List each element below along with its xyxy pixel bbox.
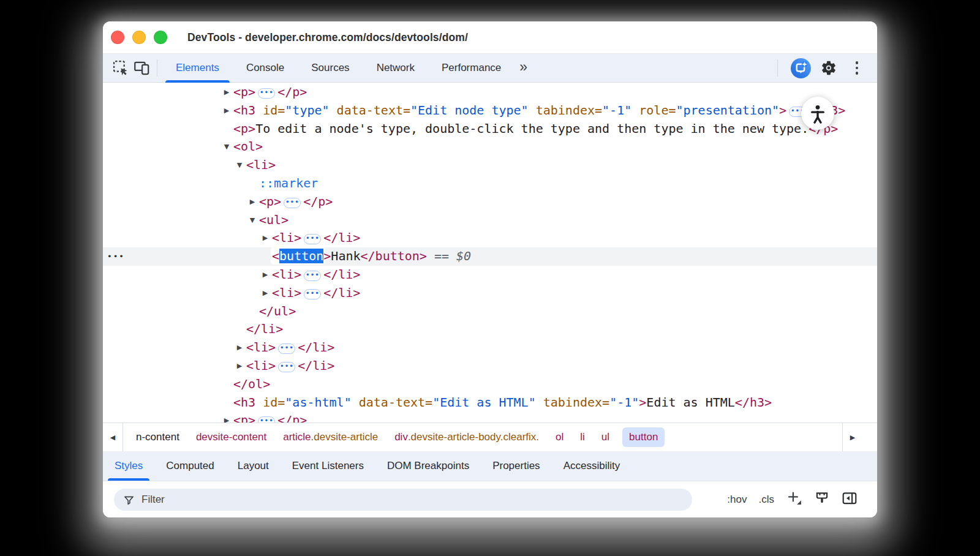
window-title: DevTools - developer.chrome.com/docs/dev… [187,31,468,44]
inline-options-icon[interactable]: ••• [258,88,275,99]
breadcrumb-item[interactable]: button [622,427,665,447]
dom-tree-row[interactable]: ▼<ul> [103,211,877,230]
inline-options-icon[interactable]: ••• [304,234,321,244]
expand-arrow-icon[interactable]: ▶ [222,83,232,102]
tab-styles[interactable]: Styles [103,451,154,481]
new-style-rule-icon[interactable] [786,490,802,509]
dom-tree-row[interactable]: <h3 id="as-html" data-text="Edit as HTML… [103,394,877,412]
accessibility-overlay-icon[interactable] [801,97,834,130]
dom-tree-row[interactable]: ▼<li> [103,156,877,175]
window-controls [111,31,167,44]
breadcrumb-item[interactable]: ol [552,427,567,447]
titlebar: DevTools - developer.chrome.com/docs/dev… [103,21,877,54]
breadcrumb-bar: ◀ n-contentdevsite-contentarticle.devsit… [103,423,877,451]
collapse-arrow-icon[interactable]: ▼ [222,138,232,156]
inspect-element-icon[interactable] [110,58,131,78]
toolbar-divider [157,59,157,77]
inline-options-icon[interactable]: ••• [278,362,295,372]
tab-properties[interactable]: Properties [481,451,551,481]
toggle-class-button[interactable]: .cls [759,494,775,506]
expand-arrow-icon[interactable]: ▶ [247,193,257,211]
dom-tree-row[interactable]: ▶<li>•••</li> [103,357,877,375]
tab-performance[interactable]: Performance [428,54,514,83]
styles-filter-input[interactable] [141,494,631,506]
collapse-arrow-icon[interactable]: ▼ [235,156,244,175]
expand-arrow-icon[interactable]: ▶ [235,357,244,375]
dom-tree-row[interactable]: ▼<ol> [103,138,877,156]
dom-tree-panel: ▶<p>•••</p>▶<h3 id="type" data-text="Edi… [103,83,877,423]
toggle-hover-state-button[interactable]: :hov [727,494,747,506]
dom-tree-row[interactable]: ▶<li>•••</li> [103,284,877,302]
tab-event-listeners[interactable]: Event Listeners [281,451,375,481]
expand-arrow-icon[interactable]: ▶ [235,339,244,357]
breadcrumb: n-contentdevsite-contentarticle.devsite-… [130,423,842,451]
settings-gear-icon[interactable] [818,58,839,78]
row-overflow-dots-icon[interactable]: ••• [107,247,125,266]
panel-tabs: ElementsConsoleSourcesNetworkPerformance [162,54,514,83]
breadcrumb-item[interactable]: devsite-content [192,427,270,447]
breadcrumb-item[interactable]: div.devsite-article-body.clearfix. [391,427,543,447]
expand-arrow-icon[interactable]: ▶ [260,229,270,247]
expand-arrow-icon[interactable]: ▶ [222,102,232,120]
tab-layout[interactable]: Layout [226,451,281,481]
breadcrumb-scroll-right-icon[interactable]: ▶ [842,423,862,451]
tab-computed[interactable]: Computed [154,451,225,481]
dom-tree-row[interactable]: <p>To edit a node's type, double-click t… [103,120,877,138]
styles-filter-bar: :hov .cls [103,481,877,517]
kebab-menu-icon[interactable] [846,61,867,75]
breadcrumb-item[interactable]: ul [598,427,613,447]
dom-tree-row[interactable]: ▶<li>•••</li> [103,339,877,357]
dom-tree-row[interactable]: ▶<h3 id="type" data-text="Edit node type… [103,102,877,120]
inline-edit-box[interactable]: <button [272,249,323,263]
minimize-button[interactable] [132,31,146,44]
tab-accessibility[interactable]: Accessibility [552,451,632,481]
breadcrumb-item[interactable]: n-content [132,427,183,447]
breadcrumb-item[interactable]: article.devsite-article [279,427,382,447]
dom-tree-row[interactable]: </li> [103,320,877,339]
devtools-window: DevTools - developer.chrome.com/docs/dev… [103,21,877,517]
inline-options-icon[interactable]: ••• [304,271,321,281]
breadcrumb-item[interactable]: li [576,427,589,447]
more-tabs-icon[interactable]: » [514,59,532,75]
dom-tree-row[interactable]: </ol> [103,375,877,394]
close-button[interactable] [111,31,124,44]
collapse-arrow-icon[interactable]: ▼ [247,211,257,230]
tab-dom-breakpoints[interactable]: DOM Breakpoints [375,451,481,481]
devtools-toolbar: ElementsConsoleSourcesNetworkPerformance… [103,54,877,83]
dom-tree-row[interactable]: •••<button>Hank</button> == $0 [103,247,877,266]
ai-assistant-icon[interactable] [790,58,811,78]
breadcrumb-scroll-left-icon[interactable]: ◀ [103,423,123,451]
tab-sources[interactable]: Sources [298,54,363,83]
inline-options-icon[interactable]: ••• [284,198,301,208]
selected-text: button [279,249,323,263]
tab-console[interactable]: Console [233,54,298,83]
sidebar-tabs: StylesComputedLayoutEvent ListenersDOM B… [103,451,877,481]
tab-network[interactable]: Network [363,54,428,83]
zoom-button[interactable] [154,31,167,44]
dom-tree-row[interactable]: ▶<li>•••</li> [103,266,877,284]
styles-controls: :hov .cls [727,481,858,517]
device-toolbar-icon[interactable] [131,58,152,78]
dom-tree-rows: ▶<p>•••</p>▶<h3 id="type" data-text="Edi… [103,83,877,423]
expand-arrow-icon[interactable]: ▶ [260,284,270,302]
tab-elements[interactable]: Elements [162,54,233,83]
expand-arrow-icon[interactable]: ▶ [260,266,270,284]
dom-tree-row[interactable]: </ul> [103,302,877,321]
inline-options-icon[interactable]: ••• [278,344,295,354]
filter-funnel-icon [123,494,135,506]
inline-options-icon[interactable]: ••• [258,416,275,423]
dom-tree-row[interactable]: ▶<p>•••</p> [103,83,877,102]
screenshot-canvas: DevTools - developer.chrome.com/docs/dev… [0,0,980,556]
dock-side-icon[interactable] [842,490,858,509]
expand-arrow-icon[interactable]: ▶ [222,411,232,423]
dom-tree-row[interactable]: ▶<p>•••</p> [103,411,877,423]
dom-tree-row[interactable]: ::marker [103,175,877,193]
dom-tree-row[interactable]: ▶<p>•••</p> [103,193,877,211]
toolbar-divider-right [777,59,778,77]
filter-field[interactable] [114,489,692,511]
toolbar-right-group [772,58,877,78]
rendering-brush-icon[interactable] [814,490,830,509]
dom-tree-row[interactable]: ▶<li>•••</li> [103,229,877,247]
inline-options-icon[interactable]: ••• [304,289,321,299]
